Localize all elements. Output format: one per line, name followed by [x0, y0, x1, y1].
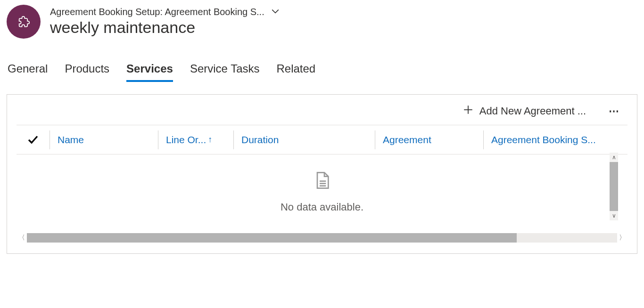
record-header: Agreement Booking Setup: Agreement Booki… [0, 0, 644, 39]
tab-general[interactable]: General [8, 62, 48, 82]
column-header-agreement[interactable]: Agreement [375, 130, 483, 149]
scroll-down-arrow[interactable]: ∨ [610, 211, 618, 220]
scroll-thumb[interactable] [610, 162, 618, 211]
more-commands-button[interactable]: ⋯ [605, 103, 624, 119]
scroll-track[interactable] [27, 233, 617, 243]
panel-actions: Add New Agreement ... ⋯ [17, 103, 627, 125]
empty-text: No data available. [281, 201, 363, 213]
tab-products[interactable]: Products [65, 62, 109, 82]
column-header-duration[interactable]: Duration [233, 130, 375, 149]
column-header-booking-setup[interactable]: Agreement Booking S... [483, 130, 618, 149]
column-label: Name [58, 134, 84, 146]
select-all-checkbox[interactable] [17, 134, 50, 146]
column-label: Agreement [383, 134, 431, 146]
add-new-agreement-button[interactable]: Add New Agreement ... [463, 105, 586, 117]
record-title: weekly maintenance [50, 18, 280, 37]
tab-list: General Products Services Service Tasks … [0, 39, 644, 82]
column-label: Line Or... [166, 134, 206, 146]
scroll-thumb[interactable] [27, 233, 517, 243]
column-label: Agreement Booking S... [491, 134, 596, 146]
vertical-scrollbar[interactable]: ∧ ∨ [610, 153, 618, 220]
services-panel: Add New Agreement ... ⋯ Name Line Or... … [7, 94, 637, 254]
services-grid: Name Line Or... ↑ Duration Agreement Agr… [17, 125, 627, 244]
scroll-left-arrow[interactable]: 〈 [17, 232, 27, 244]
add-new-label: Add New Agreement ... [479, 105, 586, 117]
horizontal-scrollbar[interactable]: 〈 〉 [17, 232, 627, 244]
empty-state: No data available. [17, 154, 627, 230]
entity-icon [7, 5, 41, 39]
breadcrumb-row: Agreement Booking Setup: Agreement Booki… [50, 7, 280, 17]
grid-header: Name Line Or... ↑ Duration Agreement Agr… [17, 125, 627, 154]
plus-icon [463, 105, 473, 117]
sort-ascending-icon: ↑ [208, 135, 212, 145]
checkmark-icon [27, 134, 39, 146]
breadcrumb[interactable]: Agreement Booking Setup: Agreement Booki… [50, 7, 264, 17]
tab-related[interactable]: Related [276, 62, 315, 82]
tab-service-tasks[interactable]: Service Tasks [190, 62, 260, 82]
scroll-right-arrow[interactable]: 〉 [617, 232, 627, 244]
chevron-down-icon[interactable] [271, 7, 280, 17]
scroll-up-arrow[interactable]: ∧ [610, 153, 618, 162]
column-label: Duration [241, 134, 279, 146]
puzzle-piece-icon [17, 15, 30, 28]
document-icon [313, 171, 331, 192]
header-text: Agreement Booking Setup: Agreement Booki… [50, 7, 280, 37]
scroll-track[interactable] [610, 162, 618, 211]
column-header-line-order[interactable]: Line Or... ↑ [158, 130, 233, 149]
column-header-name[interactable]: Name [50, 130, 158, 149]
tab-services[interactable]: Services [126, 62, 173, 82]
